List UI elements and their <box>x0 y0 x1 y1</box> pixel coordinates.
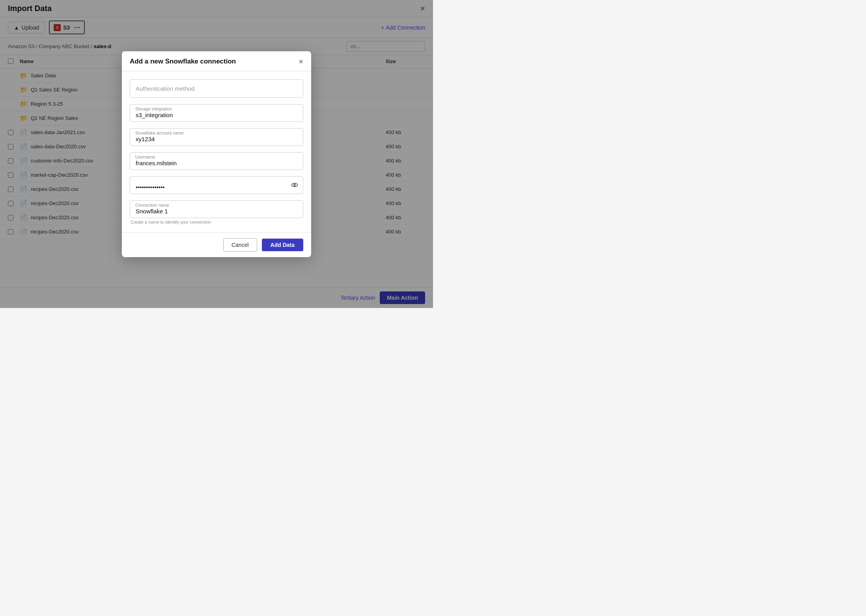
snowflake-account-field-group: Snowflake account name <box>130 128 303 146</box>
username-input[interactable] <box>130 152 303 170</box>
cancel-button[interactable]: Cancel <box>223 238 257 252</box>
username-field-group: Username <box>130 152 303 170</box>
auth-method-placeholder: Authentication method <box>136 85 194 92</box>
add-data-button[interactable]: Add Data <box>262 239 303 251</box>
password-input[interactable] <box>130 176 303 194</box>
storage-integration-field-group: Storage integration <box>130 104 303 122</box>
connection-name-field-group: Connection name Create a name to identif… <box>130 200 303 224</box>
modal-footer: Cancel Add Data <box>122 232 311 257</box>
modal-body: Authentication method Storage integratio… <box>122 71 311 232</box>
eye-icon <box>291 181 299 189</box>
svg-point-1 <box>294 184 295 186</box>
auth-method-field-group: Authentication method <box>130 79 303 98</box>
modal-close-button[interactable]: × <box>299 58 303 65</box>
snowflake-account-input[interactable] <box>130 128 303 146</box>
connection-name-hint: Create a name to identify your connectio… <box>130 220 303 224</box>
snowflake-connection-modal: Add a new Snowflake connection × Authent… <box>122 51 311 257</box>
modal-header: Add a new Snowflake connection × <box>122 51 311 71</box>
auth-method-select[interactable]: Authentication method <box>130 79 303 98</box>
password-toggle-button[interactable] <box>291 181 299 189</box>
password-field-group: Password <box>130 176 303 194</box>
modal-overlay: Add a new Snowflake connection × Authent… <box>0 0 433 308</box>
modal-title: Add a new Snowflake connection <box>130 58 236 65</box>
password-wrapper <box>130 176 303 194</box>
connection-name-input[interactable] <box>130 200 303 218</box>
storage-integration-input[interactable] <box>130 104 303 122</box>
